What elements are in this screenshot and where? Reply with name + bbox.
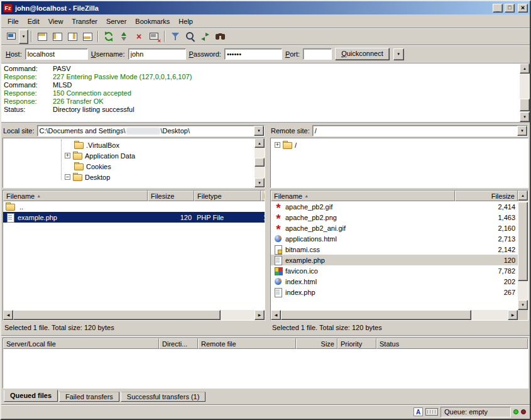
process-queue-button[interactable] bbox=[116, 30, 131, 44]
scroll-up-button[interactable]: ▲ bbox=[520, 64, 530, 74]
table-row-example-php[interactable]: example.php 120 PHP File 1 bbox=[3, 212, 265, 223]
column-header-direction[interactable]: Directi... bbox=[159, 338, 198, 349]
port-input[interactable] bbox=[303, 48, 332, 60]
table-row[interactable]: bitnami.css2,142 bbox=[271, 244, 518, 255]
maximize-button[interactable]: □ bbox=[505, 4, 515, 13]
scroll-up-button[interactable]: ▲ bbox=[255, 138, 265, 148]
expander-minus-icon[interactable]: − bbox=[65, 174, 70, 180]
sync-browsing-button[interactable] bbox=[198, 30, 213, 44]
table-row-example-php[interactable]: example.php120 bbox=[271, 255, 518, 265]
quickconnect-button[interactable]: Quickconnect bbox=[335, 48, 390, 60]
column-header-filename[interactable]: Filename▲ bbox=[3, 191, 148, 201]
scroll-left-button[interactable]: ◀ bbox=[3, 310, 13, 320]
refresh-button[interactable] bbox=[101, 30, 116, 44]
site-manager-button[interactable] bbox=[4, 30, 19, 44]
table-row[interactable]: *apache_pb2_ani.gif2,160 bbox=[271, 223, 518, 233]
table-row-parent-dir[interactable]: .. bbox=[3, 201, 265, 212]
tab-successful-transfers[interactable]: Successful transfers (1) bbox=[121, 392, 206, 402]
quickconnect-dropdown[interactable]: ▼ bbox=[393, 48, 404, 60]
column-header-server-local-file[interactable]: Server/Local file bbox=[3, 338, 159, 349]
column-header-priority[interactable]: Priority bbox=[337, 338, 376, 349]
find-button[interactable] bbox=[213, 30, 228, 44]
table-row[interactable]: applications.html2,713 bbox=[271, 233, 518, 244]
table-row[interactable]: index.php267 bbox=[271, 287, 518, 297]
host-input[interactable] bbox=[25, 48, 88, 60]
scroll-right-button[interactable]: ▶ bbox=[508, 310, 518, 320]
scroll-down-button[interactable]: ▼ bbox=[520, 112, 530, 122]
folder-icon bbox=[73, 173, 82, 181]
site-manager-dropdown[interactable]: ▼ bbox=[19, 30, 28, 44]
close-button[interactable]: × bbox=[518, 4, 528, 13]
column-header-status[interactable]: Status bbox=[376, 338, 528, 349]
tree-item-desktop[interactable]: −Desktop bbox=[3, 172, 255, 182]
remote-status-text: Selected 1 file. Total size: 120 bytes bbox=[270, 321, 528, 333]
file-size: 120 bbox=[455, 257, 518, 264]
compare-button[interactable] bbox=[183, 30, 198, 44]
scroll-down-button[interactable]: ▼ bbox=[255, 178, 265, 187]
remote-site-dropdown-button[interactable]: ▼ bbox=[517, 126, 527, 136]
scroll-track[interactable] bbox=[518, 201, 528, 300]
toggle-message-log-button[interactable] bbox=[35, 30, 50, 44]
tree-item-label: Application Data bbox=[85, 152, 135, 160]
scroll-thumb[interactable] bbox=[13, 310, 221, 320]
column-header-size[interactable]: Size bbox=[296, 338, 337, 349]
menu-help[interactable]: Help bbox=[174, 16, 197, 27]
queue-body[interactable] bbox=[3, 349, 528, 388]
local-site-dropdown-button[interactable]: ▼ bbox=[254, 126, 264, 136]
filter-button[interactable] bbox=[168, 30, 183, 44]
scroll-up-button[interactable]: ▲ bbox=[518, 191, 528, 201]
scroll-track[interactable] bbox=[520, 74, 530, 112]
tree-item-virtualbox[interactable]: .VirtualBox bbox=[3, 140, 255, 150]
scroll-thumb[interactable] bbox=[281, 310, 471, 320]
local-site-combobox[interactable]: C:\Documents and Settings\\Desktop\ ▼ bbox=[37, 125, 265, 136]
tab-queued-files[interactable]: Queued files bbox=[4, 390, 58, 402]
disconnect-button[interactable]: × bbox=[146, 30, 161, 44]
app-icon[interactable]: Fz bbox=[3, 4, 13, 13]
tree-item-label: / bbox=[295, 141, 297, 149]
minimize-button[interactable]: _ bbox=[493, 4, 503, 13]
tree-item-application-data[interactable]: +Application Data bbox=[3, 150, 255, 161]
table-row[interactable]: *apache_pb2.gif2,414 bbox=[271, 201, 518, 212]
table-row[interactable]: favicon.ico7,782 bbox=[271, 265, 518, 276]
sort-ascending-icon: ▲ bbox=[304, 194, 309, 198]
tab-failed-transfers[interactable]: Failed transfers bbox=[59, 392, 119, 402]
scroll-track[interactable] bbox=[255, 148, 265, 178]
scroll-left-button[interactable]: ◀ bbox=[271, 310, 281, 320]
scroll-thumb[interactable] bbox=[518, 202, 528, 281]
cancel-button[interactable]: × bbox=[131, 30, 146, 44]
tree-item-cookies[interactable]: Cookies bbox=[3, 161, 255, 172]
toggle-queue-button[interactable] bbox=[80, 30, 95, 44]
menu-view[interactable]: View bbox=[44, 16, 68, 27]
toggle-remote-tree-button[interactable] bbox=[65, 30, 80, 44]
username-input[interactable] bbox=[128, 48, 186, 60]
php-file-icon bbox=[273, 255, 283, 265]
scroll-right-button[interactable]: ▶ bbox=[255, 310, 265, 320]
tree-item-root[interactable]: +/ bbox=[271, 140, 528, 150]
scroll-track[interactable] bbox=[13, 310, 255, 320]
chevron-down-icon: ▼ bbox=[257, 129, 261, 133]
scroll-down-button[interactable]: ▼ bbox=[518, 300, 528, 310]
redacted-username bbox=[126, 128, 160, 135]
menu-bookmarks[interactable]: Bookmarks bbox=[131, 16, 174, 27]
expander-plus-icon[interactable]: + bbox=[65, 153, 70, 158]
menu-transfer[interactable]: Transfer bbox=[67, 16, 102, 27]
scroll-thumb[interactable] bbox=[520, 99, 530, 111]
column-header-filename[interactable]: Filename▲ bbox=[271, 191, 455, 201]
column-header-remote-file[interactable]: Remote file bbox=[198, 338, 296, 349]
scroll-thumb[interactable] bbox=[255, 158, 265, 167]
minimize-icon: _ bbox=[496, 7, 499, 13]
table-row[interactable]: index.html202 bbox=[271, 276, 518, 287]
table-row[interactable]: *apache_pb2.png1,463 bbox=[271, 212, 518, 223]
scroll-track[interactable] bbox=[281, 310, 508, 320]
expander-plus-icon[interactable]: + bbox=[275, 142, 280, 148]
menu-file[interactable]: File bbox=[3, 16, 23, 27]
toggle-local-tree-button[interactable] bbox=[50, 30, 65, 44]
column-header-last-modified[interactable]: L bbox=[261, 191, 265, 201]
column-header-filetype[interactable]: Filetype bbox=[194, 191, 261, 201]
password-input[interactable] bbox=[224, 48, 282, 60]
remote-site-combobox[interactable]: / ▼ bbox=[312, 125, 528, 136]
column-header-filesize[interactable]: Filesize bbox=[455, 191, 518, 201]
menu-edit[interactable]: Edit bbox=[23, 16, 44, 27]
column-header-filesize[interactable]: Filesize bbox=[148, 191, 194, 201]
menu-server[interactable]: Server bbox=[102, 16, 131, 27]
